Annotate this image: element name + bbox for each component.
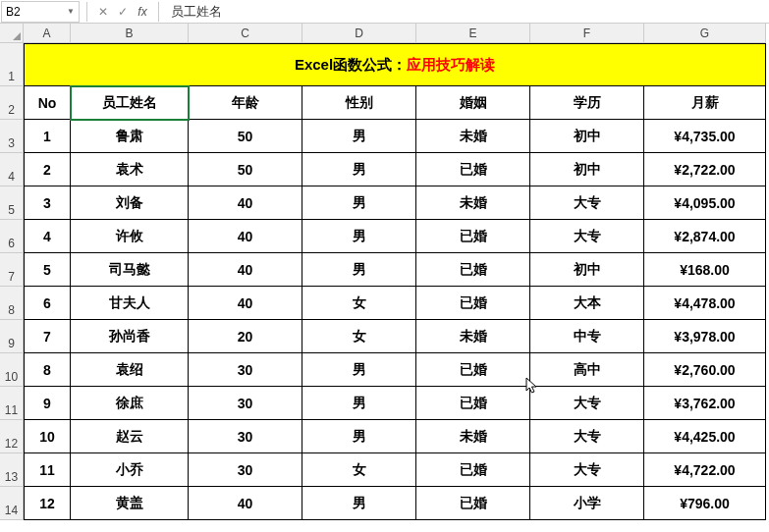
- row-header-5[interactable]: 5: [0, 186, 24, 220]
- cell-no[interactable]: 12: [24, 487, 71, 520]
- row-header-10[interactable]: 10: [0, 353, 24, 387]
- col-header-G[interactable]: G: [644, 24, 766, 43]
- cancel-icon[interactable]: ✕: [93, 2, 113, 22]
- cell-age[interactable]: 40: [189, 220, 302, 253]
- fx-icon[interactable]: fx: [133, 2, 152, 22]
- cell-education[interactable]: 初中: [530, 253, 644, 287]
- cell-name[interactable]: 刘备: [71, 186, 189, 220]
- cell-marriage[interactable]: 已婚: [416, 153, 530, 186]
- cell-education[interactable]: 大专: [530, 387, 644, 420]
- cell-salary[interactable]: ¥4,425.00: [644, 420, 766, 453]
- cell-salary[interactable]: ¥4,095.00: [644, 186, 766, 220]
- cell-education[interactable]: 大专: [530, 420, 644, 453]
- cell-marriage[interactable]: 未婚: [416, 420, 530, 453]
- cell-name[interactable]: 鲁肃: [71, 120, 189, 153]
- col-header-B[interactable]: B: [71, 24, 189, 43]
- col-header-C[interactable]: C: [189, 24, 302, 43]
- header-marriage[interactable]: 婚姻: [416, 86, 530, 120]
- cell-age[interactable]: 50: [189, 153, 302, 186]
- cell-marriage[interactable]: 已婚: [416, 387, 530, 420]
- cell-marriage[interactable]: 已婚: [416, 253, 530, 287]
- cell-no[interactable]: 6: [24, 287, 71, 320]
- row-header-3[interactable]: 3: [0, 120, 24, 153]
- cell-no[interactable]: 11: [24, 453, 71, 487]
- header-no[interactable]: No: [24, 86, 71, 120]
- row-header-9[interactable]: 9: [0, 320, 24, 353]
- cell-salary[interactable]: ¥4,722.00: [644, 453, 766, 487]
- cell-name[interactable]: 袁术: [71, 153, 189, 186]
- cell-name[interactable]: 甘夫人: [71, 287, 189, 320]
- cell-education[interactable]: 大本: [530, 287, 644, 320]
- title-cell[interactable]: Excel函数公式： 应用技巧解读: [24, 43, 766, 86]
- row-header-11[interactable]: 11: [0, 387, 24, 420]
- cell-age[interactable]: 40: [189, 287, 302, 320]
- cell-no[interactable]: 7: [24, 320, 71, 353]
- cell-gender[interactable]: 男: [302, 120, 416, 153]
- cell-gender[interactable]: 男: [302, 487, 416, 520]
- col-header-A[interactable]: A: [24, 24, 71, 43]
- row-header-8[interactable]: 8: [0, 287, 24, 320]
- cell-name[interactable]: 徐庶: [71, 387, 189, 420]
- cell-gender[interactable]: 男: [302, 220, 416, 253]
- cell-age[interactable]: 40: [189, 186, 302, 220]
- cell-salary[interactable]: ¥2,722.00: [644, 153, 766, 186]
- cell-education[interactable]: 大专: [530, 220, 644, 253]
- cell-age[interactable]: 30: [189, 453, 302, 487]
- cell-education[interactable]: 中专: [530, 320, 644, 353]
- cell-education[interactable]: 高中: [530, 353, 644, 387]
- cell-marriage[interactable]: 未婚: [416, 120, 530, 153]
- row-header-2[interactable]: 2: [0, 86, 24, 120]
- cell-gender[interactable]: 男: [302, 186, 416, 220]
- cell-no[interactable]: 9: [24, 387, 71, 420]
- cell-no[interactable]: 10: [24, 420, 71, 453]
- cell-no[interactable]: 4: [24, 220, 71, 253]
- col-header-F[interactable]: F: [530, 24, 644, 43]
- cell-age[interactable]: 40: [189, 487, 302, 520]
- cell-marriage[interactable]: 未婚: [416, 320, 530, 353]
- formula-input[interactable]: [165, 1, 769, 23]
- cell-gender[interactable]: 男: [302, 420, 416, 453]
- header-salary[interactable]: 月薪: [644, 86, 766, 120]
- cell-gender[interactable]: 男: [302, 253, 416, 287]
- cell-education[interactable]: 小学: [530, 487, 644, 520]
- cell-name[interactable]: 黄盖: [71, 487, 189, 520]
- cell-gender[interactable]: 男: [302, 387, 416, 420]
- cell-name[interactable]: 赵云: [71, 420, 189, 453]
- row-header-4[interactable]: 4: [0, 153, 24, 186]
- cell-marriage[interactable]: 已婚: [416, 287, 530, 320]
- name-box[interactable]: B2 ▼: [1, 1, 80, 23]
- header-name[interactable]: 员工姓名: [71, 86, 189, 120]
- row-header-12[interactable]: 12: [0, 420, 24, 453]
- cell-marriage[interactable]: 已婚: [416, 453, 530, 487]
- cell-salary[interactable]: ¥3,978.00: [644, 320, 766, 353]
- cell-gender[interactable]: 男: [302, 153, 416, 186]
- cell-name[interactable]: 袁绍: [71, 353, 189, 387]
- cell-marriage[interactable]: 已婚: [416, 220, 530, 253]
- cell-salary[interactable]: ¥168.00: [644, 253, 766, 287]
- chevron-down-icon[interactable]: ▼: [67, 7, 75, 16]
- cell-name[interactable]: 司马懿: [71, 253, 189, 287]
- row-header-6[interactable]: 6: [0, 220, 24, 253]
- col-header-E[interactable]: E: [416, 24, 530, 43]
- cell-no[interactable]: 2: [24, 153, 71, 186]
- row-header-1[interactable]: 1: [0, 43, 24, 86]
- cell-education[interactable]: 初中: [530, 153, 644, 186]
- cell-salary[interactable]: ¥4,735.00: [644, 120, 766, 153]
- cell-no[interactable]: 5: [24, 253, 71, 287]
- cell-no[interactable]: 3: [24, 186, 71, 220]
- cell-marriage[interactable]: 未婚: [416, 186, 530, 220]
- cell-marriage[interactable]: 已婚: [416, 353, 530, 387]
- row-header-14[interactable]: 14: [0, 487, 24, 520]
- cell-salary[interactable]: ¥3,762.00: [644, 387, 766, 420]
- cell-salary[interactable]: ¥2,760.00: [644, 353, 766, 387]
- cell-education[interactable]: 初中: [530, 120, 644, 153]
- cell-age[interactable]: 40: [189, 253, 302, 287]
- cell-salary[interactable]: ¥4,478.00: [644, 287, 766, 320]
- row-header-13[interactable]: 13: [0, 453, 24, 487]
- cell-no[interactable]: 8: [24, 353, 71, 387]
- cell-education[interactable]: 大专: [530, 453, 644, 487]
- cell-gender[interactable]: 女: [302, 320, 416, 353]
- cell-age[interactable]: 30: [189, 387, 302, 420]
- cell-gender[interactable]: 女: [302, 287, 416, 320]
- row-header-7[interactable]: 7: [0, 253, 24, 287]
